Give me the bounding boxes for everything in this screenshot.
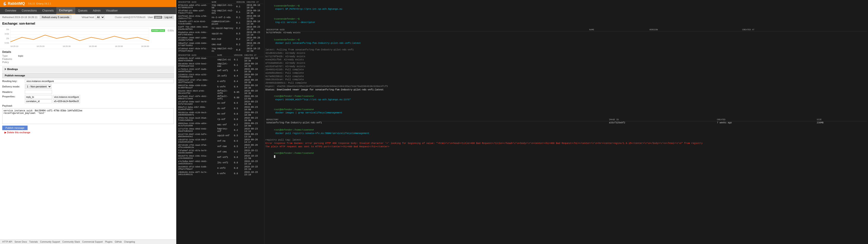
footer-community-slack[interactable]: Community Slack bbox=[62, 241, 80, 243]
features-row: Features bbox=[2, 58, 174, 60]
docker-pull-output-4: ecea201cfb0: Already exists bbox=[266, 58, 867, 61]
table-row: c9b96491-b32a-48f7-bc74-3451cb385131k-vn… bbox=[177, 171, 264, 176]
bottom-nav: HTTP API Server Docs Tutorials Community… bbox=[0, 240, 176, 244]
rate-badge: 0.00/s bbox=[168, 29, 174, 32]
footer-plugins[interactable]: Plugins bbox=[105, 241, 113, 243]
footer-community-support[interactable]: Community Support bbox=[40, 241, 60, 243]
cmd-2: tng-cli service --descriptor bbox=[274, 21, 315, 24]
bindings-triangle-icon bbox=[5, 68, 6, 70]
properties-pairs bbox=[25, 95, 174, 103]
table-row: 73b4dfb-c2f7-4c34-8243-fc6c0c5d001 commu… bbox=[177, 20, 264, 26]
col-version2: VERSION bbox=[233, 54, 243, 57]
col-uuid: DESCRIPTOR UUID bbox=[177, 1, 211, 4]
table-row: 12711f26-39ea-485d-84d2-66ed76db5d43hapr… bbox=[177, 127, 264, 133]
vhost-label: Virtual host bbox=[82, 16, 94, 19]
table-row: cc7b20c4-2932-4c5f-8a8b-ae099fb03b3m4f-v… bbox=[177, 68, 264, 73]
table-row: 8f2bc934-a0b8-4f51-a445-0173b9823379 tng… bbox=[177, 4, 264, 9]
nav-exchanges[interactable]: Exchanges bbox=[56, 7, 75, 14]
prop-key-2[interactable] bbox=[25, 99, 52, 103]
prop-val-2[interactable] bbox=[53, 99, 80, 103]
nav-visualiser[interactable]: Visualiser bbox=[103, 7, 121, 14]
docker-pull-status: Status: Downloaded newer image for sonat… bbox=[266, 88, 867, 92]
table-row: f3fa99ef-9732-457a-be7d-41b3b13a6885vnf-… bbox=[177, 149, 264, 155]
virtual-host-area: Virtual host All bbox=[82, 15, 105, 19]
type-row: Type topic bbox=[2, 55, 174, 57]
table-row: 618ff fd4-28e0-4901-9638-83a3bc60f501 ns… bbox=[177, 26, 264, 31]
table-row: 68ce036e-88c9-4259-bee2-bf99bbae87e63smp… bbox=[177, 62, 264, 68]
col-name: NAME bbox=[211, 1, 235, 4]
nav-overview[interactable]: Overview bbox=[2, 7, 19, 14]
footer-tutorials[interactable]: Tutorials bbox=[29, 241, 38, 243]
delivery-mode-select[interactable]: 1 - Non-persistent bbox=[25, 84, 52, 89]
nav-connections[interactable]: Connections bbox=[19, 7, 39, 14]
docker-pull-output-6: a3152d7a5767: Already exists bbox=[266, 65, 867, 68]
delivery-mode-row: Delivery mode: 1 - Non-persistent bbox=[2, 84, 174, 89]
refresh-button[interactable]: Refresh every 5 seconds bbox=[40, 15, 71, 19]
table-row: 85a9e81a-e9ce-4c8c-84bc-edf179dc83e1 squ… bbox=[177, 31, 264, 36]
type-label: Type bbox=[2, 55, 16, 57]
table-row: bc71270f842b: Already exists bbox=[266, 31, 867, 34]
table-row: a2bb5c81-8c9f-4450-bbab-9beb7e3306d8smpi… bbox=[177, 57, 264, 63]
publish-header[interactable]: Publish message bbox=[2, 73, 174, 78]
details-section: Details Type topic Features Policy bbox=[0, 49, 176, 65]
footer-changelog[interactable]: Changelog bbox=[124, 241, 135, 243]
cmd-3: docker pull sonatanfv/tng-fsm-Industry-p… bbox=[274, 42, 361, 44]
table-row: 4fc9fde5-c1-4b0e-a29f-f3a4ccf7cb3c tng-s… bbox=[177, 9, 264, 15]
vnf-table-section: DESCRIPTOR UUID NAME VERSION CREATED AT … bbox=[177, 54, 264, 176]
payload-textarea[interactable]: service_instance_uuid: 8dc58404-cd71-479… bbox=[2, 108, 174, 124]
error-output-2: The plain HTTP request was sent to HTTPS… bbox=[266, 145, 867, 148]
svg-rect-0 bbox=[10, 28, 149, 44]
chart-time-labels: 16:25:10 16:25:20 16:25:30 16:25:40 16:2… bbox=[10, 45, 149, 48]
col-version: VERSION bbox=[235, 1, 246, 4]
chart-label-y1: 0.5/s bbox=[2, 42, 9, 44]
service-table-section: DESCRIPTOR UUID NAME VERSION CREATED AT … bbox=[266, 28, 867, 34]
nav-queues[interactable]: Queues bbox=[75, 7, 90, 14]
version-info: 3.6.15 Erlang 19.2.1 bbox=[28, 2, 51, 5]
vhost-select[interactable]: All bbox=[95, 15, 105, 19]
cmd-docker-pull: tsoenendefender:~$ docker pull sonatanfv… bbox=[266, 35, 867, 48]
footer-http-api[interactable]: HTTP API bbox=[2, 241, 12, 243]
nav-admin[interactable]: Admin bbox=[90, 7, 103, 14]
prop-pair-1 bbox=[25, 95, 174, 99]
docker-pull-output-10: 5ddc35c63ca4: Pull complete bbox=[266, 78, 867, 81]
prop-val-1[interactable] bbox=[53, 95, 80, 99]
footer-commercial-support[interactable]: Commercial Support bbox=[82, 241, 103, 243]
docker-pull-output-3: bc71270f842b: Already exists bbox=[266, 55, 867, 58]
cursor-block bbox=[274, 155, 275, 158]
prop-key-1[interactable] bbox=[25, 95, 52, 99]
table-row: 6f230bec-2660-4007-a3d4-263d027ef900 mse… bbox=[177, 36, 264, 42]
routing-key-label: Routing key: bbox=[2, 80, 25, 83]
cmd-4: export DOCKER_HOST="tcp://int-sp-ath.5gt… bbox=[274, 98, 351, 101]
footer-server-docs[interactable]: Server Docs bbox=[14, 241, 27, 243]
footer-github[interactable]: GitHub bbox=[115, 241, 122, 243]
nav-channels[interactable]: Channels bbox=[39, 7, 57, 14]
policy-row: Policy bbox=[2, 61, 174, 63]
table-row: 0015b21a-450b-4139-8ec5-e8b0b0bbb0bfams-… bbox=[177, 111, 264, 117]
docker-pull-output-1: latest: Pulling from sonatanfv/tng-fsm-I… bbox=[266, 48, 867, 52]
policy-label: Policy bbox=[2, 61, 16, 63]
publish-section: Publish message Routing key: Delivery mo… bbox=[0, 73, 176, 135]
chart-area: 5/s 3.5/s 2/s 0.5/s 16:25:10 bbox=[0, 27, 176, 49]
type-value: topic bbox=[18, 55, 23, 57]
top-bar: 🐇 RabbitMQ 3.6.15 Erlang 19.2.1 bbox=[0, 0, 176, 7]
headers-label: Headers: bbox=[2, 91, 25, 93]
col-version3: VERSION bbox=[648, 28, 741, 31]
headers-input[interactable] bbox=[25, 90, 52, 94]
logout-button[interactable]: Log out bbox=[163, 16, 174, 19]
delete-exchange-link[interactable]: ▶ Delete this exchange bbox=[2, 130, 174, 135]
table-row: 41147733-89d7-4346-bdf4-6b020e6e63e2squi… bbox=[177, 133, 264, 138]
publish-button[interactable]: Publish message bbox=[2, 126, 28, 130]
table-row: e7e7bdba-b097-46b2-96d3-1ed2292b2e1clhc-… bbox=[177, 160, 264, 165]
docker-image-table-section: REPOSITORY IMAGE ID CREATED SIZE sonatan… bbox=[266, 118, 867, 124]
cmd-tng-cli: tsoenendefender:~$ tng-cli service --des… bbox=[266, 14, 867, 28]
cmd-1: export SP_PATH=http://pre-int-sp-ath.5gt… bbox=[274, 8, 342, 10]
bindings-section-header[interactable]: Bindings bbox=[2, 66, 174, 72]
table-row: 3f891766-b9a6-4a18-85a6-fcb02cbdb01brp-v… bbox=[177, 117, 264, 122]
table-row: 3e420833-df13-4de6-b3db-3fba7cf6ba47e-vn… bbox=[177, 165, 264, 171]
col-name3: NAME bbox=[588, 28, 649, 31]
routing-key-input[interactable] bbox=[25, 79, 174, 83]
prompt-6: root@defender:/home/tsoenen# bbox=[274, 128, 314, 131]
col-uuid3: DESCRIPTOR UUID bbox=[266, 28, 588, 31]
docker-pull-digest: Digest: sha256:20aa51e1205a11b4f2216865l… bbox=[266, 85, 867, 88]
table-row: 02af6a02-81e7-49f4-4b52-bbbcb7172ee9defa… bbox=[177, 95, 264, 100]
